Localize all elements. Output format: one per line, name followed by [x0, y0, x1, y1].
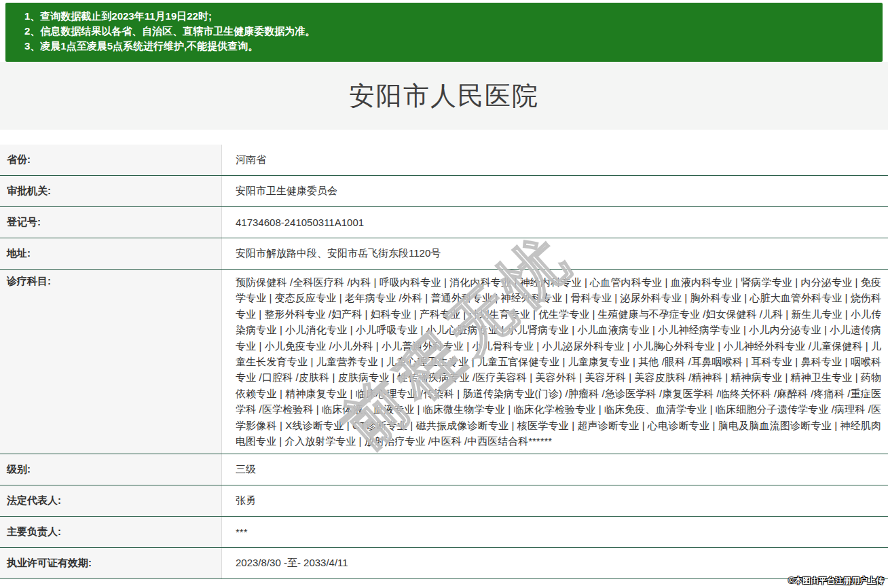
row-value: 安阳市解放路中段、安阳市岳飞街东段1120号	[222, 238, 888, 270]
table-row-level: 级别: 三级	[0, 454, 888, 485]
row-label: 级别:	[0, 454, 222, 485]
table-row-treatment-subjects: 诊疗科目: 预防保健科 /全科医疗科 /内科 | 呼吸内科专业 | 消化内科专业…	[0, 270, 888, 454]
notice-line-3: 3、凌晨1点至凌晨5点系统进行维护,不能提供查询。	[24, 39, 869, 54]
row-label: 审批机关:	[0, 176, 222, 207]
row-value: 三级	[222, 454, 888, 485]
row-label: 登记号:	[0, 207, 222, 238]
table-row-main-person-in-charge: 主要负责人: ***	[0, 517, 888, 548]
table-row-address: 地址: 安阳市解放路中段、安阳市岳飞街东段1120号	[0, 238, 888, 270]
table-row-province: 省份: 河南省	[0, 145, 888, 176]
row-value: 41734608-241050311A1001	[222, 207, 888, 238]
table-row-license-validity: 执业许可证有效期: 2023/8/30 -至- 2033/4/11	[0, 548, 888, 579]
title-band: 安阳市人民医院	[0, 62, 888, 130]
hospital-info-table: 省份: 河南省 审批机关: 安阳市卫生健康委员会 登记号: 41734608-2…	[0, 145, 888, 579]
table-row-registration-number: 登记号: 41734608-241050311A1001	[0, 207, 888, 238]
table-row-legal-representative: 法定代表人: 张勇	[0, 485, 888, 517]
hospital-title: 安阳市人民医院	[349, 79, 539, 113]
row-label: 省份:	[0, 145, 222, 176]
row-value: ***	[222, 517, 888, 548]
table-row-approval-authority: 审批机关: 安阳市卫生健康委员会	[0, 176, 888, 207]
row-value: 安阳市卫生健康委员会	[222, 176, 888, 207]
notice-line-1: 1、查询数据截止到2023年11月19日22时;	[24, 9, 869, 24]
row-label: 诊疗科目:	[0, 270, 222, 454]
row-value: 张勇	[222, 485, 888, 517]
notice-line-2: 2、信息数据结果以各省、自治区、直辖市卫生健康委数据为准。	[24, 24, 869, 39]
notice-banner: 1、查询数据截止到2023年11月19日22时; 2、信息数据结果以各省、自治区…	[5, 3, 883, 62]
row-label: 执业许可证有效期:	[0, 548, 222, 579]
row-label: 法定代表人:	[0, 485, 222, 517]
row-label: 主要负责人:	[0, 517, 222, 548]
row-label: 地址:	[0, 238, 222, 270]
row-value: 河南省	[222, 145, 888, 176]
row-value: 预防保健科 /全科医疗科 /内科 | 呼吸内科专业 | 消化内科专业 | 神经内…	[222, 270, 888, 454]
upload-attribution-note: ©本图由平台注册用户上传	[788, 575, 884, 587]
